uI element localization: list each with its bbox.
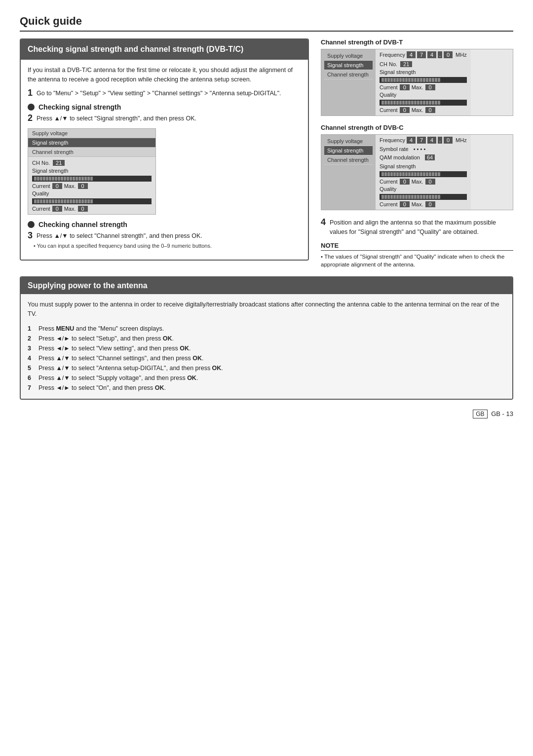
quality-bar-ticks bbox=[34, 199, 150, 203]
signal-bar-ticks bbox=[34, 177, 150, 181]
dvbt-freq-dot: . bbox=[438, 51, 442, 58]
dvbt-freq-d2: 7 bbox=[417, 51, 426, 58]
dvbt-title: Channel strength of DVB-T bbox=[321, 38, 513, 46]
dvbt-signal-val-row: Current 0 Max. 0 bbox=[380, 84, 467, 91]
supply-step-text: Press ▲/▼ to select "Antenna setup-DIGIT… bbox=[38, 363, 223, 373]
supply-step-text: Press ▲/▼ to select "Channel settings", … bbox=[38, 353, 203, 363]
dvbc-left-menu: Supply voltage Signal strength Channel s… bbox=[321, 135, 376, 210]
dvbt-signal-label: Signal strength bbox=[380, 68, 467, 76]
supply-step-number: 5 bbox=[28, 363, 35, 373]
step3-row: 3 Press ▲/▼ to select "Channel strength"… bbox=[28, 231, 301, 249]
step4-number: 4 bbox=[321, 218, 326, 227]
signal-max-value: 0 bbox=[78, 183, 88, 189]
quality-current-value: 0 bbox=[52, 206, 62, 212]
step1-number: 1 bbox=[28, 89, 33, 98]
supply-step-item: 3Press ◄/► to select "View setting", and… bbox=[28, 343, 505, 353]
step1-text: Go to "Menu" > "Setup" > "View setting" … bbox=[37, 90, 281, 97]
dvbt-supply-voltage: Supply voltage bbox=[324, 51, 373, 61]
ch-no-value: 21 bbox=[53, 160, 65, 166]
dvbc-supply-voltage: Supply voltage bbox=[324, 137, 373, 146]
signal-strength-heading: Checking signal strength bbox=[28, 103, 301, 111]
quality-max-value: 0 bbox=[78, 206, 88, 212]
supply-step-item: 6Press ▲/▼ to select "Supply voltage", a… bbox=[28, 373, 505, 383]
dvbt-section: Channel strength of DVB-T Supply voltage… bbox=[321, 38, 513, 116]
quality-current-label: Current bbox=[32, 206, 50, 212]
dvbc-freq-d4: 0 bbox=[444, 137, 453, 144]
supply-step-text: Press MENU and the "Menu" screen display… bbox=[38, 324, 164, 334]
dvbc-symbol-rate-dots: • • • • bbox=[414, 146, 426, 152]
dvbc-quality-val-row: Current 0 Max. 0 bbox=[380, 201, 467, 208]
step2-row: 2 Press ▲/▼ to select "Signal strength",… bbox=[28, 114, 301, 123]
dvbt-signal-strength: Signal strength bbox=[324, 61, 373, 70]
dvbc-screen: Supply voltage Signal strength Channel s… bbox=[321, 134, 513, 210]
supply-step-item: 4Press ▲/▼ to select "Channel settings",… bbox=[28, 353, 505, 363]
supply-step-number: 7 bbox=[28, 383, 35, 393]
dvbc-section: Channel strength of DVB-C Supply voltage… bbox=[321, 124, 513, 210]
dvbc-freq-label: Frequency bbox=[380, 137, 405, 143]
signal-max-label: Max. bbox=[64, 183, 76, 189]
quality-current-row: Current 0 Max. 0 bbox=[32, 205, 152, 212]
dvbt-right-detail: Frequency 4 7 4 . 0 MHz CH No. 21 Sig bbox=[376, 49, 471, 115]
step4-text: Position and align the antenna so that t… bbox=[330, 219, 496, 235]
dvbc-menu-row: Supply voltage Signal strength Channel s… bbox=[321, 135, 513, 210]
intro-text: If you install a DVB-T/C antenna for the… bbox=[28, 66, 301, 84]
dvbt-freq-d4: 0 bbox=[444, 51, 453, 58]
signal-strength-section: Checking signal strength 2 Press ▲/▼ to … bbox=[28, 103, 301, 215]
dvbt-ch-label: CH No. bbox=[380, 61, 397, 67]
quality-bar bbox=[32, 198, 152, 204]
step3-subnote: You can input a specified frequency band… bbox=[28, 243, 301, 249]
signal-bar bbox=[32, 176, 152, 182]
dvbc-qam-row: QAM modulation 64 bbox=[380, 154, 467, 161]
dvbc-signal-bar bbox=[380, 171, 467, 177]
dvbt-left-menu: Supply voltage Signal strength Channel s… bbox=[321, 49, 376, 115]
supply-step-text: Press ▲/▼ to select "Supply voltage", an… bbox=[38, 373, 198, 383]
menu-supply-voltage: Supply voltage bbox=[28, 129, 155, 138]
dvbc-qam-label: QAM modulation bbox=[380, 154, 420, 160]
dvbt-signal-bar bbox=[380, 77, 467, 83]
dvbt-freq-unit: MHz bbox=[456, 52, 467, 58]
dvbt-freq-row: Frequency 4 7 4 . 0 MHz bbox=[380, 51, 467, 58]
supply-step-number: 6 bbox=[28, 373, 35, 383]
dvbt-ch-value: 21 bbox=[400, 61, 412, 67]
section-body: If you install a DVB-T/C antenna for the… bbox=[21, 60, 308, 260]
note-text: • The values of "Signal strength" and "Q… bbox=[321, 253, 513, 268]
supply-step-number: 1 bbox=[28, 324, 35, 334]
ch-no-label: CH No. bbox=[32, 160, 50, 166]
dvbc-signal-strength: Signal strength bbox=[324, 146, 373, 155]
supply-step-item: 2Press ◄/► to select "Setup", and then p… bbox=[28, 334, 505, 343]
supply-body: You must supply power to the antenna in … bbox=[21, 294, 512, 399]
dvbc-right-detail: Frequency 4 7 4 . 0 MHz Symbol rate • • … bbox=[376, 135, 471, 210]
page-number-row: GB GB - 13 bbox=[20, 410, 513, 418]
dvbt-quality-val-row: Current 0 Max. 0 bbox=[380, 107, 467, 113]
note-section: NOTE • The values of "Signal strength" a… bbox=[321, 242, 513, 268]
dvbt-screen: Supply voltage Signal strength Channel s… bbox=[321, 49, 513, 116]
dvbt-quality-label: Quality bbox=[380, 91, 467, 99]
menu-detail-panel: CH No. 21 Signal strength Current bbox=[28, 157, 155, 214]
supply-step-number: 2 bbox=[28, 334, 35, 343]
left-column: Checking signal strength and channel str… bbox=[20, 38, 309, 268]
dvbc-quality-label: Quality bbox=[380, 185, 467, 193]
supply-header: Supplying power to the antenna bbox=[21, 277, 512, 294]
dvbc-freq-row: Frequency 4 7 4 . 0 MHz bbox=[380, 137, 467, 144]
supply-step-item: 7Press ◄/► to select "On", and then pres… bbox=[28, 383, 505, 393]
step2-text: Press ▲/▼ to select "Signal strength", a… bbox=[37, 115, 196, 122]
supply-step-text: Press ◄/► to select "Setup", and then pr… bbox=[38, 334, 174, 343]
dvbt-quality-bar bbox=[380, 100, 467, 106]
supply-intro: You must supply power to the antenna in … bbox=[28, 300, 505, 319]
quality-max-label: Max. bbox=[64, 206, 76, 212]
dvbc-signal-val-row: Current 0 Max. 0 bbox=[380, 178, 467, 185]
supply-step-number: 4 bbox=[28, 353, 35, 363]
dvbc-quality-bar bbox=[380, 194, 467, 200]
dvbt-menu-row: Supply voltage Signal strength Channel s… bbox=[321, 49, 513, 115]
supply-step-number: 3 bbox=[28, 343, 35, 353]
signal-current-row: Current 0 Max. 0 bbox=[32, 183, 152, 189]
dvbc-freq-d2: 7 bbox=[417, 137, 426, 144]
page-number: GB - 13 bbox=[491, 410, 513, 417]
supply-step-text: Press ◄/► to select "View setting", and … bbox=[38, 343, 191, 353]
channel-strength-section: Checking channel strength 3 Press ▲/▼ to… bbox=[28, 221, 301, 249]
supply-steps-list: 1Press MENU and the "Menu" screen displa… bbox=[28, 324, 505, 393]
dvbc-freq-dot: . bbox=[438, 137, 442, 144]
supply-section: Supplying power to the antenna You must … bbox=[20, 276, 513, 400]
dvbc-symbol-rate-row: Symbol rate • • • • bbox=[380, 146, 467, 152]
dvbc-signal-label: Signal strength bbox=[380, 162, 467, 170]
